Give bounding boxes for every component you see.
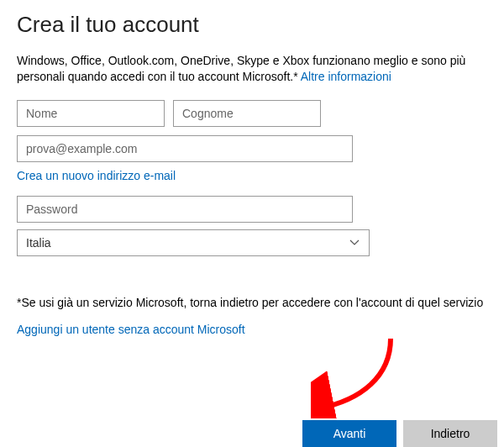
add-user-without-account-link[interactable]: Aggiungi un utente senza account Microso… xyxy=(17,323,487,336)
next-button[interactable]: Avanti xyxy=(302,420,396,447)
page-title: Crea il tuo account xyxy=(17,12,487,38)
back-button[interactable]: Indietro xyxy=(403,420,497,447)
create-new-email-link[interactable]: Crea un nuovo indirizzo e-mail xyxy=(17,169,487,182)
chevron-down-icon xyxy=(349,237,360,249)
password-input[interactable] xyxy=(17,196,353,223)
more-info-link[interactable]: Altre informazioni xyxy=(301,70,391,83)
intro-body: Windows, Office, Outlook.com, OneDrive, … xyxy=(17,54,465,83)
footnote-text: *Se usi già un servizio Microsoft, torna… xyxy=(17,295,487,311)
first-name-input[interactable] xyxy=(17,100,165,127)
country-select[interactable]: Italia xyxy=(17,229,370,256)
last-name-input[interactable] xyxy=(173,100,321,127)
footer-buttons: Avanti Indietro xyxy=(302,420,504,447)
email-input[interactable] xyxy=(17,135,353,162)
annotation-arrow-icon xyxy=(311,334,412,418)
intro-text: Windows, Office, Outlook.com, OneDrive, … xyxy=(17,53,487,85)
country-selected-value: Italia xyxy=(26,236,51,250)
